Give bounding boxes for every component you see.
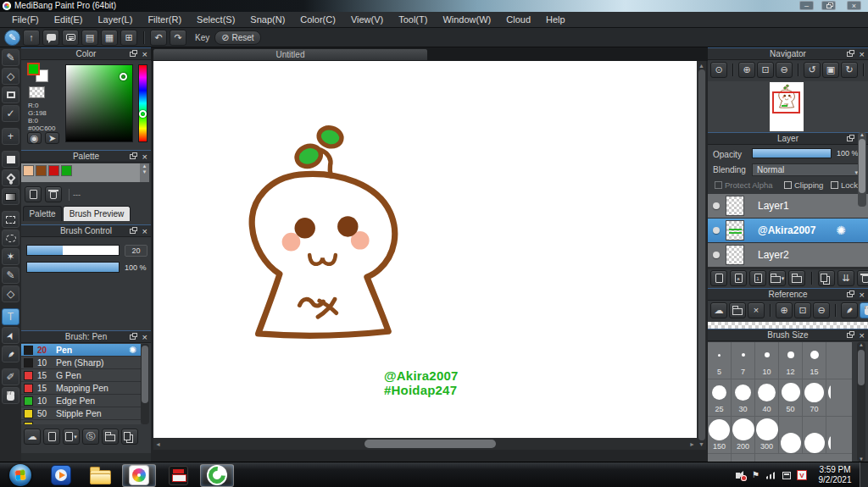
add-brush-button[interactable]: [43, 429, 60, 445]
lasso-tool[interactable]: [2, 230, 19, 246]
brush-size-cell[interactable]: 25: [708, 379, 732, 417]
palette-color-swatch[interactable]: [61, 165, 72, 176]
scrollbar-thumb[interactable]: [858, 350, 865, 385]
reference-hand-button[interactable]: [860, 302, 868, 318]
magic-wand-tool[interactable]: ✶: [2, 248, 19, 265]
brush-size-cell[interactable]: 7: [732, 342, 755, 379]
brush-size-cell[interactable]: 40: [755, 379, 779, 417]
close-icon[interactable]: ×: [142, 151, 147, 163]
document-tab[interactable]: Untitled: [153, 48, 428, 61]
eraser-tool[interactable]: ◇: [2, 68, 19, 85]
popout-icon[interactable]: [130, 335, 136, 340]
add-layer-folder-button[interactable]: ▾: [769, 270, 786, 286]
coccoc-browser-button[interactable]: [200, 464, 234, 487]
brush-size-value[interactable]: 20: [125, 245, 147, 257]
merge-layer-button[interactable]: ⇊: [837, 270, 854, 286]
select-eraser-tool[interactable]: ◇: [2, 285, 19, 302]
menu-item-snapn[interactable]: Snap(N): [242, 12, 292, 28]
move-tool[interactable]: +: [2, 128, 19, 145]
redo-button[interactable]: ↷: [170, 30, 186, 46]
reset-button[interactable]: ⊘ Reset: [214, 30, 260, 45]
popout-icon[interactable]: [130, 154, 136, 159]
brush-settings-gear-icon[interactable]: ✺: [129, 345, 136, 356]
chat-bubble-button[interactable]: [62, 30, 79, 46]
brush-size-slider[interactable]: [26, 245, 120, 256]
navigator-viewport-rect[interactable]: [772, 91, 800, 113]
brush-size-cell[interactable]: [803, 417, 826, 454]
bucket-tool[interactable]: [2, 169, 19, 186]
brush-row[interactable]: 10Edge Pen: [21, 395, 141, 407]
close-icon[interactable]: ×: [860, 329, 865, 341]
brush-size-cell[interactable]: 15: [803, 342, 826, 379]
sv-picker-marker[interactable]: [120, 73, 127, 80]
add-layer-button[interactable]: [710, 270, 727, 286]
reference-zoom-out-button[interactable]: ⊖: [813, 302, 830, 318]
color-picker-mode-button[interactable]: ➤: [45, 132, 59, 144]
gradient-tool[interactable]: [2, 188, 19, 205]
add-8bit-layer-button[interactable]: a: [730, 270, 747, 286]
document-button[interactable]: ▤: [81, 30, 98, 46]
brush-size-cell[interactable]: 70: [803, 379, 826, 417]
brush-size-cell[interactable]: 150: [708, 417, 732, 454]
blending-dropdown[interactable]: Normal ▾: [752, 163, 862, 176]
rotate-left-button[interactable]: ↺: [804, 62, 821, 78]
close-icon[interactable]: ×: [142, 48, 147, 60]
reference-cloud-button[interactable]: ☁: [710, 302, 727, 318]
scroll-down-icon[interactable]: ▼: [698, 440, 704, 449]
navigator-zoom-button[interactable]: ⊙: [710, 62, 727, 78]
undo-button[interactable]: ↶: [150, 30, 167, 46]
medibang-paint-button[interactable]: [122, 464, 156, 487]
add-1bit-layer-button[interactable]: 1: [749, 270, 766, 286]
add-palette-color-button[interactable]: [25, 186, 42, 202]
explorer-button[interactable]: [83, 464, 117, 487]
brush-size-cell[interactable]: 30: [732, 379, 755, 417]
reference-zoom-in-button[interactable]: ⊕: [776, 302, 793, 318]
brush-size-cell[interactable]: 10: [755, 342, 779, 379]
media-player-button[interactable]: [44, 464, 78, 487]
brush-size-cell[interactable]: 12: [779, 342, 803, 379]
scroll-right-icon[interactable]: ►: [689, 440, 695, 449]
popout-icon[interactable]: [847, 333, 853, 338]
delete-palette-color-button[interactable]: [45, 186, 62, 202]
action-center-button[interactable]: [782, 472, 791, 479]
brush-size-scrollbar[interactable]: ▲▼: [857, 342, 865, 462]
scrollbar-thumb[interactable]: [142, 346, 148, 403]
popout-icon[interactable]: [847, 292, 853, 297]
hue-slider[interactable]: [138, 64, 147, 142]
zoom-out-button[interactable]: ⊖: [776, 62, 793, 78]
reset-rotation-button[interactable]: ▣: [822, 62, 839, 78]
menu-item-viewv[interactable]: View(V): [343, 12, 391, 28]
divide-tool[interactable]: ✐: [2, 368, 19, 385]
rotate-right-button[interactable]: ↻: [841, 62, 858, 78]
volume-muted-button[interactable]: [736, 473, 745, 479]
palette-color-swatch[interactable]: [36, 165, 47, 176]
brush-row[interactable]: 20Pen✺: [21, 344, 141, 357]
start-button[interactable]: [2, 464, 39, 487]
close-icon[interactable]: ×: [142, 225, 147, 237]
canvas[interactable]: @Akira2007 #Hoidap247: [153, 61, 697, 438]
hue-slider-marker[interactable]: [139, 110, 147, 118]
tab-brush-preview[interactable]: Brush Preview: [63, 206, 131, 221]
comment-bubble-button[interactable]: [42, 30, 59, 46]
layer-visibility-icon[interactable]: [713, 252, 720, 258]
layer-settings-gear-icon[interactable]: ✺: [836, 224, 846, 237]
brush-size-cell[interactable]: [779, 417, 803, 454]
brush-size-cell[interactable]: [732, 454, 755, 462]
layer-list-scrollbar[interactable]: ▲: [858, 132, 866, 207]
foreground-color-swatch[interactable]: [27, 63, 40, 75]
restore-button[interactable]: [821, 1, 836, 10]
layer-thumbnail[interactable]: [726, 220, 744, 241]
fit-window-button[interactable]: ⊡: [757, 62, 774, 78]
brush-list-scrollbar[interactable]: [141, 344, 149, 424]
popout-icon[interactable]: [130, 52, 136, 57]
scrollbar-thumb[interactable]: [698, 69, 705, 440]
add-brush-from-image-button[interactable]: ▾: [63, 429, 80, 445]
navigator-preview[interactable]: [708, 81, 868, 132]
show-desktop-button[interactable]: [860, 462, 868, 487]
tab-palette[interactable]: Palette: [23, 206, 62, 221]
close-button[interactable]: ×: [847, 1, 861, 10]
hand-tool[interactable]: [2, 387, 19, 404]
layer-thumbnail[interactable]: [726, 196, 744, 216]
layer-thumbnail[interactable]: [726, 245, 744, 265]
menu-item-help[interactable]: Help: [538, 12, 573, 28]
